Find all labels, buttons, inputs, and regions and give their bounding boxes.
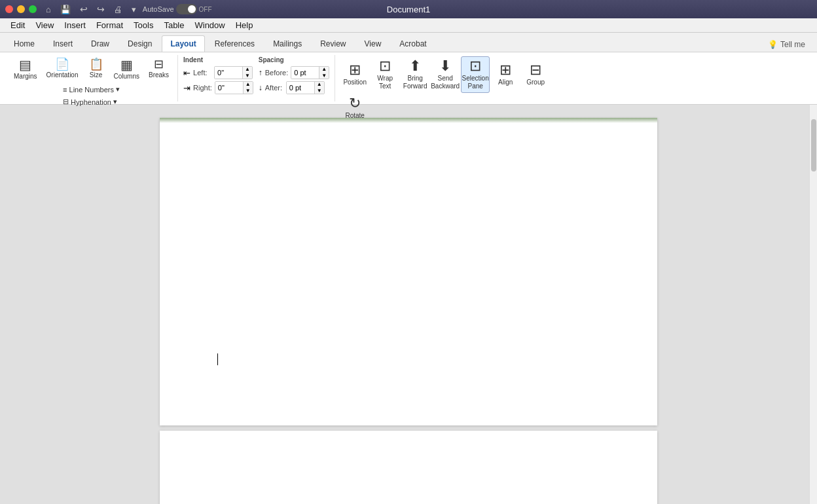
maximize-button[interactable] [29, 5, 37, 13]
tab-acrobat[interactable]: Acrobat [391, 35, 435, 52]
spacing-title: Spacing [259, 56, 329, 63]
spacing-after-icon: ↓ [259, 83, 263, 92]
tab-insert[interactable]: Insert [45, 35, 81, 52]
minimize-button[interactable] [17, 5, 25, 13]
group-button[interactable]: ⊟ Group [521, 56, 550, 93]
wrap-text-button[interactable]: ⊡ WrapText [371, 56, 399, 93]
indent-left-row: ⇤ Left: ▲ ▼ [183, 66, 253, 79]
autosave-label: AutoSave [143, 5, 174, 13]
autosave-toggle[interactable]: AutoSave OFF [143, 4, 212, 14]
indent-right-row: ⇥ Right: ▲ ▼ [183, 81, 253, 94]
home-icon[interactable]: ⌂ [43, 3, 54, 16]
indent-left-input[interactable]: ▲ ▼ [214, 66, 253, 79]
group-label: Group [526, 79, 545, 86]
tab-home[interactable]: Home [5, 35, 43, 52]
menu-tools[interactable]: Tools [128, 19, 158, 31]
breaks-button[interactable]: ⊟ Breaks [145, 56, 172, 81]
margins-icon: ▤ [19, 58, 31, 71]
selection-pane-label: SelectionPane [462, 75, 489, 90]
indent-left-field[interactable] [215, 67, 242, 79]
tell-me[interactable]: 💡 Tell me [761, 37, 812, 52]
spacing-before-row: ↑ Before: ▲ ▼ [259, 66, 329, 79]
columns-icon: ▦ [120, 58, 133, 71]
spacing-before-input[interactable]: ▲ ▼ [291, 66, 329, 79]
wrap-text-label: WrapText [377, 75, 393, 90]
tab-mailings[interactable]: Mailings [264, 35, 310, 52]
hyphenation-icon: ⊟ [63, 98, 69, 106]
align-label: Align [498, 79, 513, 86]
arrange-group: ⊞ Position ⊡ WrapText ⬆ BringForward ⬇ S… [335, 55, 555, 101]
tab-design[interactable]: Design [119, 35, 160, 52]
rotate-icon: ↻ [349, 96, 361, 111]
menu-view[interactable]: View [30, 19, 59, 31]
indent-right-field[interactable] [215, 82, 243, 94]
spacing-after-row: ↓ After: ▲ ▼ [259, 81, 329, 94]
tab-draw[interactable]: Draw [82, 35, 118, 52]
arrange-buttons: ⊞ Position ⊡ WrapText ⬆ BringForward ⬇ S… [340, 56, 550, 122]
align-button[interactable]: ⊞ Align [491, 56, 520, 93]
line-numbers-button[interactable]: ≡ Line Numbers ▾ [60, 84, 123, 95]
page-setup-group: ▤ Margins 📄 Orientation 📋 Size ▦ Columns… [5, 55, 178, 101]
hyphenation-chevron: ▾ [113, 98, 117, 106]
indent-left-label: Left: [193, 69, 211, 77]
tab-review[interactable]: Review [312, 35, 354, 52]
indent-left-up[interactable]: ▲ [243, 66, 252, 73]
spacing-after-down[interactable]: ▼ [315, 88, 324, 94]
tell-me-label: Tell me [780, 40, 805, 49]
tab-view[interactable]: View [356, 35, 390, 52]
send-backward-icon: ⬇ [439, 59, 451, 73]
indent-right-down[interactable]: ▼ [244, 88, 253, 94]
menu-help[interactable]: Help [230, 19, 259, 31]
spacing-before-label: Before: [265, 69, 288, 77]
indent-title: Indent [183, 56, 253, 63]
columns-button[interactable]: ▦ Columns [111, 56, 143, 82]
save-icon[interactable]: 💾 [58, 3, 73, 16]
send-backward-button[interactable]: ⬇ SendBackward [431, 56, 460, 93]
autosave-track[interactable] [176, 4, 197, 14]
menu-edit[interactable]: Edit [5, 19, 30, 31]
margins-label: Margins [14, 73, 37, 81]
size-label: Size [90, 71, 102, 79]
selection-pane-button[interactable]: ⊡ SelectionPane [461, 56, 490, 93]
bring-forward-icon: ⬆ [409, 59, 421, 73]
spacing-after-field[interactable] [287, 82, 314, 94]
bring-forward-button[interactable]: ⬆ BringForward [401, 56, 429, 93]
menu-insert[interactable]: Insert [59, 19, 91, 31]
orientation-button[interactable]: 📄 Orientation [43, 56, 82, 81]
undo-icon[interactable]: ↩ [77, 3, 90, 16]
print-icon[interactable]: 🖨 [111, 3, 125, 16]
document-title: Document1 [387, 5, 430, 14]
spacing-before-up[interactable]: ▲ [319, 66, 329, 73]
spacing-before-field[interactable] [291, 67, 319, 79]
hyphenation-button[interactable]: ⊟ Hyphenation ▾ [60, 96, 123, 107]
menu-format[interactable]: Format [91, 19, 128, 31]
customize-icon[interactable]: ▾ [129, 3, 139, 16]
canvas-area[interactable] [0, 105, 817, 504]
scrollbar-thumb[interactable] [811, 119, 816, 171]
breaks-icon: ⊟ [154, 58, 164, 70]
window-controls [5, 5, 37, 13]
menu-window[interactable]: Window [189, 19, 230, 31]
indent-spacing-group: Indent ⇤ Left: ▲ ▼ ⇥ Right: [178, 55, 335, 101]
indent-left-down[interactable]: ▼ [243, 73, 252, 79]
indent-right-label: Right: [193, 84, 212, 92]
indent-right-input[interactable]: ▲ ▼ [215, 81, 253, 94]
vertical-scrollbar[interactable] [809, 105, 817, 504]
page-gap [160, 425, 657, 431]
spacing-after-up[interactable]: ▲ [315, 81, 324, 88]
spacing-before-down[interactable]: ▼ [319, 73, 329, 79]
close-button[interactable] [5, 5, 13, 13]
tab-layout[interactable]: Layout [162, 35, 204, 52]
hyphenation-label: Hyphenation [71, 98, 111, 106]
menu-table[interactable]: Table [158, 19, 189, 31]
spacing-after-input[interactable]: ▲ ▼ [286, 81, 325, 94]
margins-button[interactable]: ▤ Margins [10, 56, 41, 82]
size-button[interactable]: 📋 Size [84, 56, 108, 81]
indent-right-up[interactable]: ▲ [244, 81, 253, 88]
page-header-image [160, 118, 657, 123]
tab-references[interactable]: References [206, 35, 263, 52]
redo-icon[interactable]: ↪ [94, 3, 107, 16]
position-button[interactable]: ⊞ Position [340, 56, 369, 93]
autosave-knob [188, 5, 196, 13]
indent-left-icon: ⇤ [183, 68, 191, 78]
